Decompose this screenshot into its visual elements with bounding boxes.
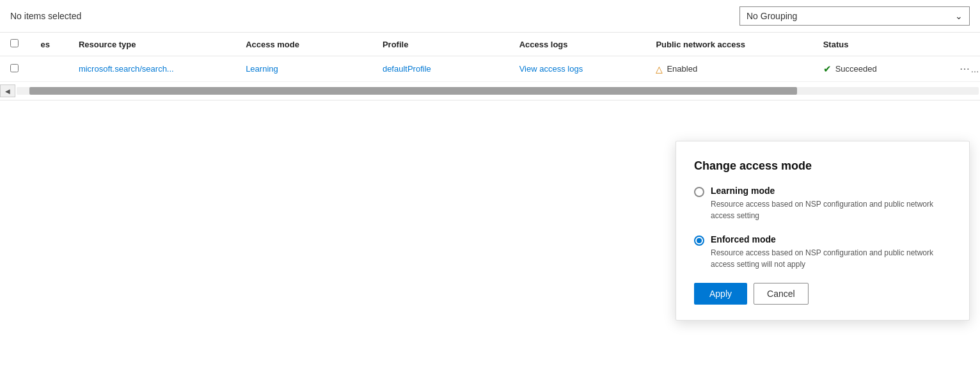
learning-mode-label: Learning mode (711, 186, 951, 196)
cancel-button[interactable]: Cancel (754, 283, 809, 305)
learning-mode-desc: Resource access based on NSP configurati… (711, 198, 951, 221)
resource-type-link[interactable]: microsoft.search/search... (79, 64, 174, 74)
row-es-cell (31, 56, 68, 82)
row-resource-type-cell: microsoft.search/search... (68, 56, 235, 82)
no-items-label: No items selected (10, 11, 81, 21)
public-network-label: Enabled (667, 64, 697, 74)
status-badge: ✔ Succeeded (823, 63, 877, 75)
row-profile-cell: defaultProfile (372, 56, 509, 82)
scrollbar-track[interactable] (17, 87, 979, 95)
row-more-cell: ⋯ (949, 56, 980, 82)
col-header-resource-type[interactable]: Resource type (68, 33, 235, 56)
warning-icon: △ (656, 64, 663, 74)
top-bar: No items selected No Grouping ⌄ (0, 0, 980, 33)
scrollbar-thumb[interactable] (29, 87, 797, 95)
resource-table-container: es Resource type Access mode Profile Acc… (0, 33, 980, 82)
access-logs-link[interactable]: View access logs (519, 64, 583, 74)
status-label: Succeeded (835, 64, 877, 74)
row-status-cell: ✔ Succeeded (813, 56, 950, 82)
row-access-logs-cell: View access logs (509, 56, 646, 82)
enforced-mode-label: Enforced mode (711, 234, 951, 244)
resource-table: es Resource type Access mode Profile Acc… (0, 33, 980, 82)
table-header-row: es Resource type Access mode Profile Acc… (0, 33, 980, 56)
more-options-icon[interactable]: ⋯ (960, 63, 979, 74)
col-header-es: es (31, 33, 68, 56)
table-row: microsoft.search/search... Learning defa… (0, 56, 980, 82)
enforced-mode-desc: Resource access based on NSP configurati… (711, 247, 951, 270)
scroll-left-button[interactable]: ◀ (0, 84, 15, 97)
col-header-profile[interactable]: Profile (372, 33, 509, 56)
success-icon: ✔ (823, 63, 832, 75)
panel-title: Change access mode (694, 159, 951, 173)
row-checkbox[interactable] (10, 64, 19, 72)
public-network-status: △ Enabled (656, 64, 697, 74)
row-access-mode-cell: Learning (235, 56, 372, 82)
apply-button[interactable]: Apply (694, 283, 747, 305)
access-mode-link[interactable]: Learning (246, 64, 278, 74)
col-header-status[interactable]: Status (813, 33, 950, 56)
row-checkbox-cell (0, 56, 31, 82)
scrollbar-row: ◀ (0, 82, 980, 100)
col-header-checkbox (0, 33, 31, 56)
enforced-mode-text: Enforced mode Resource access based on N… (711, 234, 951, 270)
col-header-more (949, 33, 980, 56)
grouping-dropdown[interactable]: No Grouping ⌄ (739, 6, 970, 26)
learning-mode-text: Learning mode Resource access based on N… (711, 186, 951, 221)
col-header-public-network-access[interactable]: Public network access (645, 33, 812, 56)
learning-mode-option[interactable]: Learning mode Resource access based on N… (694, 186, 951, 221)
grouping-label: No Grouping (747, 11, 797, 21)
select-all-checkbox[interactable] (10, 39, 19, 47)
chevron-down-icon: ⌄ (955, 11, 963, 21)
profile-link[interactable]: defaultProfile (383, 64, 431, 74)
change-access-mode-panel: Change access mode Learning mode Resourc… (676, 141, 970, 321)
enforced-mode-radio[interactable] (694, 235, 704, 246)
learning-mode-radio[interactable] (694, 187, 704, 197)
row-public-network-cell: △ Enabled (645, 56, 812, 82)
panel-buttons: Apply Cancel (694, 283, 951, 305)
col-header-access-logs[interactable]: Access logs (509, 33, 646, 56)
col-header-access-mode[interactable]: Access mode (235, 33, 372, 56)
enforced-mode-option[interactable]: Enforced mode Resource access based on N… (694, 234, 951, 270)
